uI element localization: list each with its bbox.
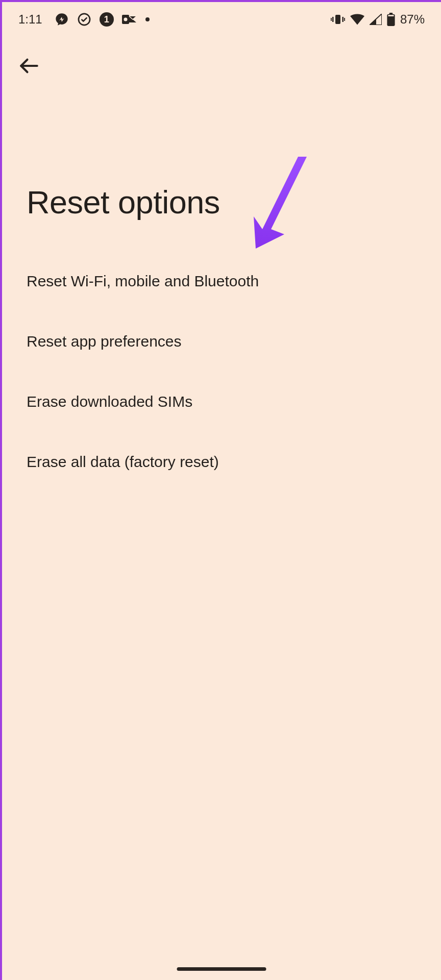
more-notifications-dot-icon (145, 17, 150, 21)
option-label: Erase all data (factory reset) (27, 453, 219, 470)
navigation-handle[interactable] (177, 967, 266, 971)
option-erase-downloaded-sims[interactable]: Erase downloaded SIMs (2, 372, 441, 432)
option-label: Reset app preferences (27, 333, 182, 350)
battery-icon (387, 13, 395, 26)
signal-icon (370, 14, 382, 25)
notification-badge-icon: 1 (100, 12, 114, 27)
status-bar: 1:11 1 87% (2, 2, 441, 35)
battery-percentage: 87% (400, 12, 425, 27)
status-bar-right: 87% (331, 12, 425, 27)
svg-rect-6 (331, 18, 332, 21)
option-reset-app-preferences[interactable]: Reset app preferences (2, 311, 441, 372)
option-reset-wifi-mobile-bluetooth[interactable]: Reset Wi-Fi, mobile and Bluetooth (2, 251, 441, 311)
svg-rect-9 (389, 13, 393, 14)
vibrate-icon (331, 13, 345, 26)
svg-rect-7 (344, 18, 345, 21)
svg-rect-5 (342, 17, 344, 22)
svg-point-2 (124, 18, 127, 21)
back-button[interactable] (2, 35, 441, 87)
outlook-icon (122, 13, 137, 26)
option-erase-all-data[interactable]: Erase all data (factory reset) (2, 432, 441, 492)
page-title: Reset options (2, 87, 441, 251)
svg-rect-10 (388, 15, 394, 16)
svg-rect-4 (332, 17, 334, 22)
notification-count: 1 (104, 14, 109, 25)
svg-rect-3 (335, 15, 340, 24)
option-label: Erase downloaded SIMs (27, 393, 192, 410)
arrow-left-icon (18, 55, 40, 77)
chat-icon (55, 12, 69, 27)
option-label: Reset Wi-Fi, mobile and Bluetooth (27, 273, 259, 289)
clock-time: 1:11 (18, 12, 42, 27)
cloud-check-icon (77, 12, 91, 27)
status-bar-left: 1:11 1 (18, 12, 150, 27)
options-list: Reset Wi-Fi, mobile and Bluetooth Reset … (2, 251, 441, 492)
wifi-icon (350, 14, 364, 25)
